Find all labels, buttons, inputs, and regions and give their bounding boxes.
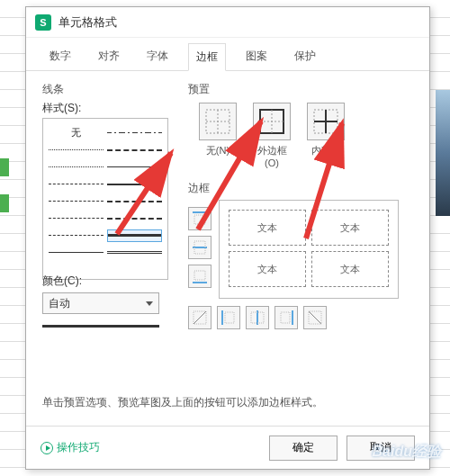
border-bottom-button[interactable] <box>188 265 212 288</box>
tab-pattern[interactable]: 图案 <box>238 43 274 70</box>
tab-alignment[interactable]: 对齐 <box>91 43 127 70</box>
border-diag-up-button[interactable] <box>188 306 212 329</box>
svg-line-16 <box>194 311 206 324</box>
style-opt[interactable] <box>49 178 104 191</box>
svg-rect-14 <box>194 271 205 280</box>
style-opt[interactable] <box>49 247 104 259</box>
preset-inside-button[interactable] <box>307 103 345 140</box>
border-section: 边框 文本 文本 文本 文本 <box>188 181 413 335</box>
dialog-footer: 操作技巧 确定 取消 <box>26 426 429 469</box>
preset-label-inside: 内部(I) <box>307 144 345 168</box>
image-preview-strip <box>436 90 450 216</box>
border-middle-h-button[interactable] <box>188 236 212 259</box>
border-top-button[interactable] <box>188 207 212 230</box>
svg-rect-18 <box>225 312 234 323</box>
style-opt[interactable] <box>107 212 162 225</box>
tips-label: 操作技巧 <box>57 440 100 455</box>
color-value: 自动 <box>49 296 70 311</box>
tab-number[interactable]: 数字 <box>42 43 78 70</box>
dialog-title: 单元格格式 <box>58 14 117 31</box>
style-opt-selected[interactable] <box>107 229 162 242</box>
ok-button[interactable]: 确定 <box>269 436 338 461</box>
line-section-label: 线条 <box>42 82 168 97</box>
tab-protection[interactable]: 保护 <box>287 43 323 70</box>
border-right-button[interactable] <box>274 306 298 329</box>
border-diag-down-button[interactable] <box>303 306 327 329</box>
preset-section: 预置 无(N) 外边框(O) 内部(I) <box>188 82 413 168</box>
border-section-label: 边框 <box>188 181 413 196</box>
border-preview[interactable]: 文本 文本 文本 文本 <box>219 200 399 299</box>
hint-text: 单击预置选项、预览草图及上面的按钮可以添加边框样式。 <box>42 395 323 410</box>
preview-cell: 文本 <box>311 210 389 246</box>
app-icon: S <box>35 14 51 31</box>
selected-cell-indicator <box>0 158 9 176</box>
style-opt[interactable] <box>107 144 162 157</box>
svg-rect-22 <box>281 312 290 323</box>
svg-line-24 <box>309 311 321 324</box>
color-section: 颜色(C): 自动 <box>42 274 168 328</box>
color-select[interactable]: 自动 <box>42 292 159 314</box>
style-opt[interactable] <box>107 161 162 174</box>
chevron-down-icon <box>146 301 153 306</box>
style-label: 样式(S): <box>42 101 168 116</box>
preview-cell: 文本 <box>229 210 306 246</box>
cell-format-dialog: S 单元格格式 数字 对齐 字体 边框 图案 保护 线条 样式(S): 无 <box>25 6 430 470</box>
line-style-list[interactable]: 无 <box>42 118 168 280</box>
border-middle-v-button[interactable] <box>246 306 269 329</box>
tab-font[interactable]: 字体 <box>140 43 176 70</box>
style-opt[interactable] <box>107 127 162 139</box>
color-label: 颜色(C): <box>42 274 168 289</box>
style-opt[interactable] <box>49 161 104 174</box>
line-sample <box>42 325 159 328</box>
preset-outline-button[interactable] <box>253 103 291 140</box>
preset-section-label: 预置 <box>188 82 413 97</box>
line-section: 线条 样式(S): 无 <box>42 82 168 280</box>
border-left-button[interactable] <box>217 306 240 329</box>
style-opt[interactable] <box>49 144 104 157</box>
style-opt[interactable] <box>49 195 104 208</box>
preset-label-outline: 外边框(O) <box>253 144 291 168</box>
style-none[interactable]: 无 <box>49 126 104 139</box>
style-opt[interactable] <box>49 212 104 225</box>
preview-cell: 文本 <box>311 251 389 287</box>
tab-border[interactable]: 边框 <box>188 43 226 71</box>
style-opt[interactable] <box>49 229 104 242</box>
tips-link[interactable]: 操作技巧 <box>40 440 100 455</box>
play-icon <box>40 442 53 454</box>
svg-rect-10 <box>194 215 205 224</box>
style-opt[interactable] <box>107 247 162 259</box>
dialog-tabs: 数字 对齐 字体 边框 图案 保护 <box>26 38 429 71</box>
selected-cell-indicator <box>0 194 9 212</box>
preview-cell: 文本 <box>229 251 306 287</box>
style-opt[interactable] <box>107 195 162 208</box>
style-opt[interactable] <box>107 178 162 191</box>
preset-none-button[interactable] <box>199 103 237 140</box>
watermark: Baidu经验 <box>373 443 441 462</box>
preset-label-none: 无(N) <box>199 144 237 168</box>
dialog-body: 线条 样式(S): 无 颜色(C): 自动 预置 <box>26 71 429 413</box>
dialog-titlebar: S 单元格格式 <box>26 7 429 38</box>
